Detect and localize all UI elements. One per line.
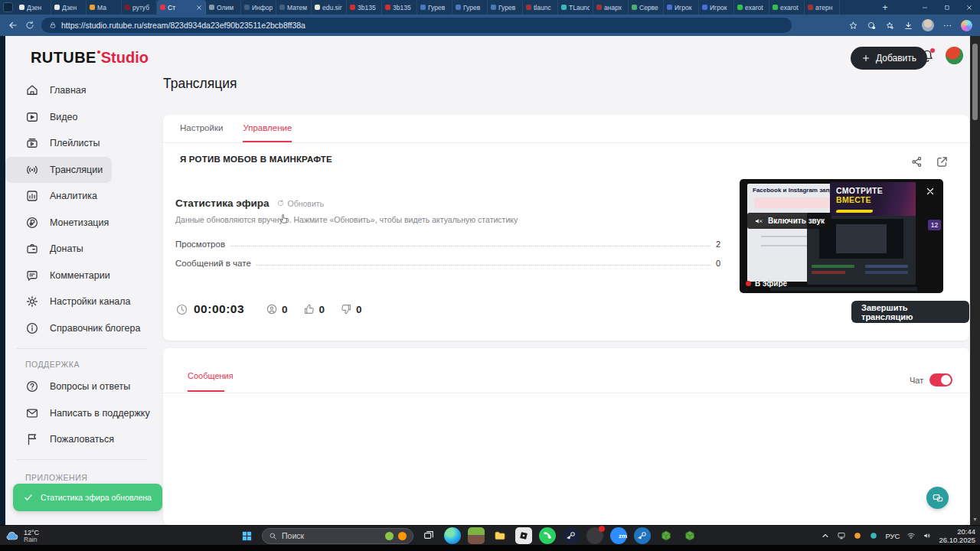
tray-app-icon[interactable]: [869, 531, 878, 540]
tab-favicon-icon: [456, 5, 461, 10]
browser-tab[interactable]: рутуб: [122, 0, 157, 15]
start-button-icon[interactable]: [239, 528, 255, 544]
external-link-icon[interactable]: [936, 155, 949, 168]
page-scrollbar[interactable]: ▼: [970, 36, 980, 525]
taskbar-app-icon[interactable]: zm: [610, 527, 627, 544]
chevron-up-icon[interactable]: [821, 531, 830, 540]
browser-tab[interactable]: Гурев: [417, 0, 452, 15]
sidebar-item-label: Плейлисты: [50, 138, 100, 148]
sidebar-item[interactable]: Аналитика: [5, 183, 106, 210]
copilot-icon[interactable]: [961, 20, 972, 31]
browser-tab[interactable]: TLaunc: [558, 0, 593, 15]
address-bar[interactable]: https://studio.rutube.ru/stream/823d934d…: [41, 18, 792, 33]
taskbar-app-icon[interactable]: [681, 527, 698, 544]
browser-tab[interactable]: 3b135: [347, 0, 382, 15]
workspaces-icon[interactable]: [3, 2, 13, 12]
back-icon[interactable]: [8, 20, 18, 31]
collections-icon[interactable]: [885, 21, 895, 31]
refresh-stats-link[interactable]: Обновить: [276, 199, 325, 208]
messages-tab[interactable]: Сообщения: [188, 371, 234, 380]
browser-tab[interactable]: 3b135: [382, 0, 417, 15]
support-chat-fab[interactable]: [926, 487, 949, 509]
add-button[interactable]: Добавить: [851, 47, 927, 70]
stream-card-tab[interactable]: Настройки: [180, 115, 223, 142]
end-stream-button[interactable]: Завершить трансляцию: [851, 301, 969, 323]
sidebar-item[interactable]: Пожаловаться: [5, 426, 123, 453]
close-button[interactable]: [958, 0, 980, 15]
sidebar-item[interactable]: Монетизация: [5, 210, 118, 236]
browser-tab[interactable]: Серве: [629, 0, 664, 15]
browser-tab[interactable]: Игрок: [699, 0, 734, 15]
browser-tab[interactable]: Инфор: [241, 0, 276, 15]
sidebar-item[interactable]: Написать в поддержку: [5, 400, 159, 427]
preview-close-icon[interactable]: [926, 187, 935, 196]
browser-tab[interactable]: edu.sir: [312, 0, 347, 15]
refresh-icon[interactable]: [24, 20, 35, 31]
sidebar-item[interactable]: Видео: [5, 104, 87, 131]
profile-avatar[interactable]: [922, 19, 934, 31]
stream-preview-player[interactable]: Facebook и Instagram запр СМОТРИТЕ ВМЕСТ…: [740, 179, 943, 293]
sidebar-item[interactable]: Вопросы и ответы: [5, 373, 139, 400]
browser-tab[interactable]: exarot: [734, 0, 769, 15]
browser-tab[interactable]: Матем: [276, 0, 312, 15]
taskbar-app-icon[interactable]: [563, 527, 580, 544]
tab-close-icon[interactable]: [196, 5, 202, 11]
scrollbar-down-arrow[interactable]: ▼: [972, 517, 978, 522]
favorites-icon[interactable]: [848, 21, 858, 31]
taskbar-app-icon[interactable]: [658, 527, 675, 544]
sidebar-item[interactable]: Донаты: [5, 236, 93, 262]
menu-dots-icon[interactable]: [942, 21, 952, 31]
sidebar-item[interactable]: Справочник блогера: [5, 315, 149, 342]
taskbar-app-icon[interactable]: [586, 527, 603, 544]
sidebar-item[interactable]: Плейлисты: [5, 130, 109, 157]
wifi-icon[interactable]: [906, 531, 916, 540]
share-icon[interactable]: [910, 155, 923, 168]
app-badge: [694, 526, 700, 532]
minimize-button[interactable]: [913, 0, 936, 15]
browser-tab[interactable]: exarot: [769, 0, 805, 15]
new-tab-button[interactable]: +: [878, 2, 892, 13]
browser-tab[interactable]: Дзен: [16, 0, 51, 15]
taskbar-app-icon[interactable]: [468, 527, 485, 544]
sidebar-item[interactable]: Комментарии: [5, 262, 119, 289]
sidebar-item[interactable]: Настройки канала: [5, 289, 140, 315]
tab-title: Ст: [168, 4, 194, 11]
sidebar-item-label: Видео: [50, 112, 78, 122]
browser-tab[interactable]: Гурев: [488, 0, 523, 15]
browser-tab[interactable]: атерн: [805, 0, 840, 15]
rutube-studio-logo[interactable]: RUTUBE Studio: [31, 49, 149, 67]
sidebar-item[interactable]: Трансляции: [5, 157, 112, 184]
chat-toggle[interactable]: [929, 373, 952, 386]
browser-tab[interactable]: Дзен: [51, 0, 87, 15]
unmute-button[interactable]: Включить звук: [747, 213, 831, 229]
tray-app-icon[interactable]: [853, 531, 862, 540]
browser-tab[interactable]: tlaunc: [523, 0, 558, 15]
browser-tab[interactable]: Олим: [206, 0, 241, 15]
taskbar-app-icon[interactable]: [634, 527, 651, 544]
sidebar-item[interactable]: Главная: [5, 77, 96, 104]
browser-tab[interactable]: Гурев: [452, 0, 488, 15]
language-indicator[interactable]: РУС: [885, 532, 900, 540]
taskbar-app-icon[interactable]: [539, 527, 556, 544]
taskbar-app-icon[interactable]: [420, 527, 437, 544]
taskbar-app-icon[interactable]: [515, 527, 532, 544]
user-avatar[interactable]: [946, 47, 963, 64]
browser-tab[interactable]: Ст: [157, 0, 206, 15]
stream-card-tab[interactable]: Управление: [243, 115, 292, 142]
browser-tab[interactable]: Игрок: [664, 0, 699, 15]
volume-icon[interactable]: [923, 531, 932, 540]
maximize-button[interactable]: [936, 0, 958, 15]
taskbar-search[interactable]: Поиск: [262, 528, 413, 544]
downloads-icon[interactable]: [903, 21, 913, 31]
taskbar-clock[interactable]: 20:44 26.10.2025: [939, 527, 975, 544]
notifications-bell-icon[interactable]: [920, 48, 935, 64]
browser-tab[interactable]: Ма: [87, 0, 122, 15]
browser-tab[interactable]: анарх: [593, 0, 629, 15]
taskbar-app-icon[interactable]: [492, 527, 508, 544]
extensions-icon[interactable]: [867, 21, 877, 31]
weather-widget[interactable]: 12°C Rain: [5, 527, 39, 545]
tray-app-icon[interactable]: [837, 531, 846, 540]
taskbar-app-icon[interactable]: [444, 527, 461, 544]
scrollbar-thumb[interactable]: [972, 44, 978, 120]
logo-sub-text: Studio: [101, 49, 149, 67]
